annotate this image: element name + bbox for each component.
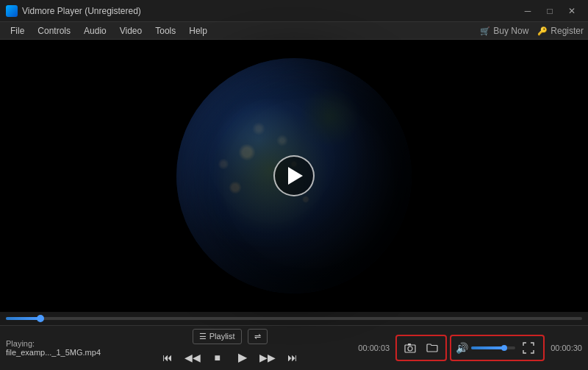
register-icon — [537, 26, 548, 36]
volume-fill — [471, 346, 504, 349]
stop-button[interactable]: ■ — [207, 347, 228, 368]
progress-fill — [6, 317, 40, 320]
play-pause-button[interactable]: ▶ — [232, 347, 253, 368]
step-back-button[interactable]: ◀◀ — [182, 347, 203, 368]
playlist-button[interactable]: ☰ Playlist — [193, 329, 242, 344]
menu-help[interactable]: Help — [183, 24, 213, 38]
menu-right: Buy Now Register — [480, 26, 584, 36]
total-time: 00:00:30 — [551, 344, 582, 352]
menu-video[interactable]: Video — [114, 24, 148, 38]
video-area[interactable] — [0, 40, 588, 312]
svg-rect-2 — [408, 344, 411, 346]
buy-now-label: Buy Now — [493, 26, 528, 36]
file-name: file_examp..._1_5MG.mp4 — [6, 348, 101, 357]
menu-tools[interactable]: Tools — [149, 24, 182, 38]
playing-label: Playing: — [6, 339, 101, 348]
register-label: Register — [551, 26, 584, 36]
controls-bar: Playing: file_examp..._1_5MG.mp4 ☰ Playl… — [0, 325, 588, 370]
playlist-shuffle-row: ☰ Playlist ⇌ — [193, 329, 268, 344]
current-time: 00:00:03 — [358, 344, 390, 352]
volume-group: 🔊 — [450, 335, 545, 361]
camera-icon — [404, 342, 416, 354]
capture-group — [395, 335, 447, 361]
right-controls: 00:00:03 🔊 — [358, 335, 582, 361]
step-forward-button[interactable]: ▶▶ — [257, 347, 278, 368]
volume-slider[interactable] — [471, 346, 515, 349]
center-controls: ☰ Playlist ⇌ ⏮ ◀◀ ■ ▶ ▶▶ ⏭ — [104, 329, 355, 368]
menu-audio[interactable]: Audio — [78, 24, 112, 38]
volume-icon[interactable]: 🔊 — [456, 342, 468, 354]
title-controls: ─ □ ✕ — [517, 4, 582, 18]
svg-point-1 — [408, 346, 412, 351]
file-info: Playing: file_examp..._1_5MG.mp4 — [6, 339, 101, 357]
shuffle-button[interactable]: ⇌ — [248, 329, 268, 344]
screenshot-button[interactable] — [400, 338, 420, 358]
playlist-icon: ☰ — [199, 332, 207, 341]
skip-forward-button[interactable]: ⏭ — [282, 347, 303, 368]
close-button[interactable]: ✕ — [562, 4, 582, 18]
maximize-button[interactable]: □ — [539, 4, 560, 18]
menu-bar: File Controls Audio Video Tools Help Buy… — [0, 22, 588, 40]
cart-icon — [480, 26, 490, 36]
menu-controls[interactable]: Controls — [32, 24, 76, 38]
progress-thumb — [37, 315, 44, 322]
minimize-button[interactable]: ─ — [517, 4, 538, 18]
skip-back-button[interactable]: ⏮ — [157, 347, 178, 368]
folder-icon — [426, 342, 438, 354]
shuffle-label: ⇌ — [254, 332, 261, 341]
progress-area[interactable] — [0, 312, 588, 325]
transport-controls: ⏮ ◀◀ ■ ▶ ▶▶ ⏭ — [157, 347, 303, 368]
menu-left: File Controls Audio Video Tools Help — [4, 24, 213, 38]
app-logo-icon — [6, 5, 18, 17]
register-button[interactable]: Register — [537, 26, 584, 36]
title-left: Vidmore Player (Unregistered) — [6, 5, 141, 17]
play-overlay-button[interactable] — [273, 155, 315, 196]
title-text: Vidmore Player (Unregistered) — [22, 6, 141, 16]
playlist-label: Playlist — [209, 332, 235, 341]
progress-track[interactable] — [6, 317, 582, 320]
fullscreen-icon — [523, 342, 534, 354]
menu-file[interactable]: File — [4, 24, 30, 38]
folder-button[interactable] — [422, 338, 442, 358]
buy-now-button[interactable]: Buy Now — [480, 26, 528, 36]
volume-thumb — [501, 345, 507, 351]
title-bar: Vidmore Player (Unregistered) ─ □ ✕ — [0, 0, 588, 22]
fullscreen-button[interactable] — [518, 338, 539, 358]
